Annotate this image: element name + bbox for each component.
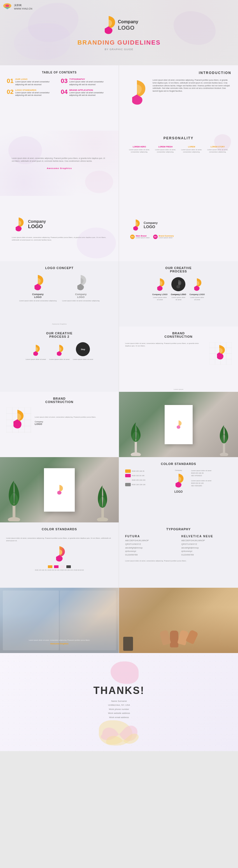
logo-concept-footer: Awesome Graphics xyxy=(0,323,119,325)
color-standards-1-title: COLOR STANDARDS xyxy=(125,462,232,466)
slide-creative-process: OUR CREATIVEPROCESS Company LOGO Lorem i… xyxy=(119,261,238,327)
slide-typography: TYPOGRAPHY FUTURA ABCDEFGHIJKLMNOPQRSTUV… xyxy=(119,522,238,588)
cover-logo: CompanyLOGO xyxy=(100,14,138,36)
slide-people-left: Lorem ipsum dolor sit amet, consectetur … xyxy=(0,588,119,653)
slide-color-standards-2: COLOR STANDARDS Lorem ipsum dolor sit am… xyxy=(0,522,119,588)
slides-container: 演界网 WWW.YANJ.CN CompanyLOGO BRANDING GUI… xyxy=(0,0,238,751)
font-futura: FUTURA xyxy=(125,535,176,538)
svg-rect-29 xyxy=(12,503,15,520)
slide-logo-variants: CompanyLOGO 01 Main Brand Lorem ipsum do… xyxy=(119,196,238,261)
row-concept-process: LOGO CONCEPT CompanyLOGO Lorem ipsum dol… xyxy=(0,261,238,327)
slide-creative-process-2: OUR CREATIVEPROCESS 2 Lorem ipsum dolor … xyxy=(0,327,119,392)
thanks-name: Name Surname xyxy=(94,699,145,703)
slide-logo-main: CompanyLOGO Lorem ipsum dolor sit amet, … xyxy=(0,196,119,261)
thanks-title: THANKS! xyxy=(94,685,145,696)
cover-logo-text: CompanyLOGO xyxy=(118,19,138,31)
slide-personality-left: Lorem ipsum dolor sit amet, consectetur … xyxy=(0,131,119,196)
slide-people-right xyxy=(119,588,238,653)
slide-photo-left xyxy=(0,457,119,522)
slide-thanks: THANKS! Name Surname Untitled Ave, NY, U… xyxy=(0,653,238,751)
personality-left-label: Awesome Graphics xyxy=(12,167,107,169)
svg-rect-27 xyxy=(223,442,225,455)
slide-toc: TABLE OF CONTENTS 01 Our LOGO Lorem ipsu… xyxy=(0,65,119,131)
watermark-url: WWW.YANJ.CN xyxy=(14,7,32,11)
row-people: Lorem ipsum dolor sit amet, consectetur … xyxy=(0,588,238,653)
slide-color-standards-1: COLOR STANDARDS RGB 245 166 35 RGB 233 3… xyxy=(119,457,238,522)
color-standards-2-title: COLOR STANDARDS xyxy=(6,527,112,531)
photo-placeholder-right xyxy=(119,392,238,457)
creative-process-2-title: OUR CREATIVEPROCESS 2 xyxy=(6,332,112,338)
row-photo-color: COLOR STANDARDS RGB 245 166 35 RGB 233 3… xyxy=(0,457,238,522)
toc-item-1: 01 Our LOGO Lorem ipsum dolor sit amet c… xyxy=(7,78,58,86)
slide-cover: CompanyLOGO BRANDING GUIDELINES BY GRAPH… xyxy=(0,0,238,65)
slide-logo-concept: LOGO CONCEPT CompanyLOGO Lorem ipsum dol… xyxy=(0,261,119,327)
photo-placeholder-left xyxy=(0,457,119,522)
creative-process-title: OUR CREATIVEPROCESS xyxy=(125,266,232,273)
cover-subtitle: BY GRAPHIC GUIDE xyxy=(105,48,133,51)
dark-circle xyxy=(171,277,185,291)
thanks-address: Untitled Ave, NY, USA xyxy=(94,703,145,707)
toc-item-4: 04 Brand APPLICATION Lorem ipsum dolor s… xyxy=(61,89,112,97)
slide-brand-construction-1: BRANDCONSTRUCTION Lorem ipsum dolor sit … xyxy=(119,327,238,392)
type-columns: FUTURA ABCDEFGHIJKLMNOPQRSTUVWXYZabcdefg… xyxy=(125,535,232,557)
row-brand2-photo: BRANDCONSTRUCTION xyxy=(0,392,238,457)
logo-concept-items: CompanyLOGO Lorem ipsum dolor sit amet c… xyxy=(6,274,112,302)
logo-concept-title: LOGO CONCEPT xyxy=(6,266,112,270)
thanks-website: Work website address xyxy=(94,711,145,715)
brand-construction-2-title: BRANDCONSTRUCTION xyxy=(6,397,112,404)
slide-personality: PERSONALITY Lorem HERO Lorem ipsum dolor… xyxy=(119,131,238,196)
intro-content: Lorem ipsum dolor sit amet, consectetur … xyxy=(126,79,231,108)
toc-item-3: 03 TYPOGRAPHY Lorem ipsum dolor sit amet… xyxy=(61,78,112,86)
svg-point-1 xyxy=(5,4,9,7)
typography-title: TYPOGRAPHY xyxy=(125,527,232,531)
row-process2-brand1: OUR CREATIVEPROCESS 2 Lorem ipsum dolor … xyxy=(0,327,238,392)
row-personality: Lorem ipsum dolor sit amet, consectetur … xyxy=(0,131,238,196)
process-items: Company LOGO Lorem ipsum dolorsit amet C… xyxy=(125,277,232,301)
intro-title: INTRODUCTION xyxy=(126,71,231,75)
logo-main-display: CompanyLOGO xyxy=(12,216,46,233)
row-color2-typography: COLOR STANDARDS Lorem ipsum dolor sit am… xyxy=(0,522,238,588)
brand-construction-1-title: BRANDCONSTRUCTION xyxy=(125,332,232,338)
font-helvetica: HELVETICA NEUE xyxy=(181,535,232,538)
row-toc-intro: TABLE OF CONTENTS 01 Our LOGO Lorem ipsu… xyxy=(0,65,238,131)
intro-text: Lorem ipsum dolor sit amet, consectetur … xyxy=(152,79,231,92)
watermark-site: 演界网 xyxy=(14,4,32,7)
intro-shape xyxy=(126,79,148,108)
thanks-email: Work email address xyxy=(94,716,145,719)
toc-grid: 01 Our LOGO Lorem ipsum dolor sit amet c… xyxy=(7,78,112,97)
personality-left-text: Lorem ipsum dolor sit amet, consectetur … xyxy=(12,157,107,162)
slide-photo-right xyxy=(119,392,238,457)
slide-brand-construction-2: BRANDCONSTRUCTION xyxy=(0,392,119,457)
row-logo: CompanyLOGO Lorem ipsum dolor sit amet, … xyxy=(0,196,238,261)
toc-title: TABLE OF CONTENTS xyxy=(7,71,112,74)
thanks-phone: Work phone number xyxy=(94,707,145,711)
toc-item-2: 02 Logo STANDARDS Lorem ipsum dolor sit … xyxy=(7,89,58,97)
cover-title: BRANDING GUIDELINES xyxy=(77,39,161,46)
watermark: 演界网 WWW.YANJ.CN xyxy=(2,2,32,12)
slide-introduction: INTRODUCTION Lorem ipsum dolor sit amet,… xyxy=(119,65,238,131)
